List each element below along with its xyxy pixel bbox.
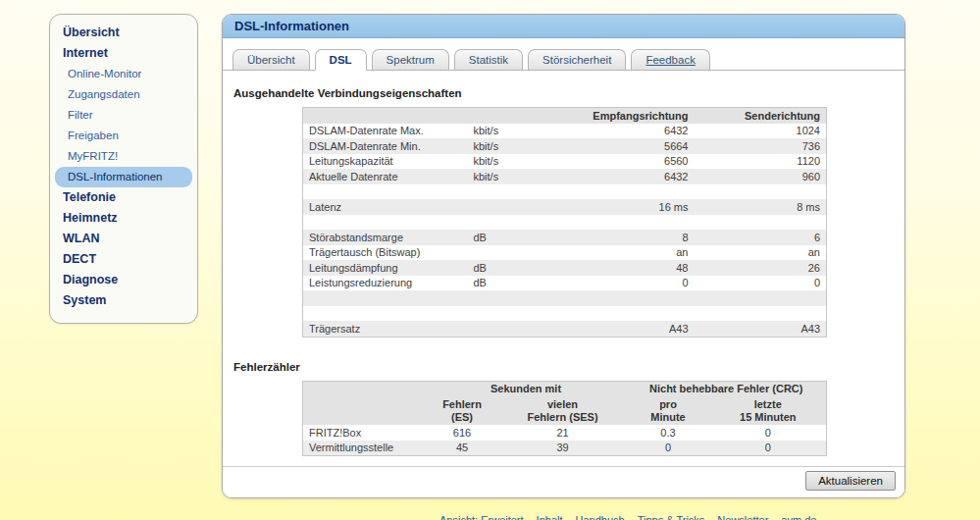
footer-link-ansicht-erweitert[interactable]: Ansicht: Erweitert	[439, 514, 524, 520]
table-row-spacer	[303, 184, 827, 200]
tab-st-rsicherheit[interactable]: Störsicherheit	[528, 49, 626, 70]
page-background: { "page": { "title": "DSL-Informationen"…	[0, 0, 980, 520]
footer-link-avm-de[interactable]: avm.de	[781, 514, 816, 520]
sidebar-item-filter[interactable]: Filter	[55, 105, 192, 126]
error-table-head: Sekunden mitNicht behebbare Fehler (CRC)…	[303, 381, 827, 425]
tab-statistik[interactable]: Statistik	[454, 49, 523, 70]
sidebar-item-telefonie[interactable]: Telefonie	[55, 187, 192, 208]
table-row-leitungskapazit-t: Leitungskapazitätkbit/s65601120	[303, 154, 827, 170]
column-header-send: Senderichtung	[695, 108, 827, 124]
sidebar-item-online-monitor[interactable]: Online-Monitor	[55, 64, 192, 84]
column-header-letzte-15-minuten: letzte15 Minuten	[710, 396, 827, 425]
table-row-spacer	[303, 290, 827, 306]
table-row-latenz: Latenz 16 ms8 ms	[303, 199, 827, 215]
table-row-spacer	[303, 215, 827, 231]
errors-section-heading: Fehlerzähler	[233, 361, 904, 373]
error-table-body: FRITZ!Box616210.30Vermittlungsstelle4539…	[303, 425, 827, 456]
connection-section-heading: Ausgehandelte Verbindungseigenschaften	[233, 87, 904, 99]
sidebar-item-zugangsdaten[interactable]: Zugangsdaten	[55, 84, 192, 105]
page-title-bar: DSL-Informationen	[223, 15, 904, 38]
table-row-aktuelle-datenrate: Aktuelle Datenratekbit/s6432960	[303, 169, 827, 184]
sidebar-item-freigaben[interactable]: Freigaben	[55, 126, 192, 146]
table-row-vermittlungsstelle: Vermittlungsstelle453900	[303, 441, 827, 456]
footer-link-newsletter[interactable]: Newsletter	[717, 514, 768, 520]
table-row-st-rabstandsmarge: StörabstandsmargedB86	[303, 230, 827, 245]
sidebar-item-dsl-informationen[interactable]: DSL-Informationen	[55, 167, 192, 187]
page-title: DSL-Informationen	[234, 19, 349, 33]
table-row-tr-gersatz: Trägersatz A43A43	[303, 321, 827, 337]
footer-links: Ansicht: ErweitertInhaltHandbuchTipps & …	[439, 514, 829, 520]
group-header-sekunden-mit: Sekunden mit	[426, 381, 627, 396]
sidebar-item-myfritz[interactable]: MyFRITZ!	[55, 146, 192, 167]
tab-spektrum[interactable]: Spektrum	[372, 49, 449, 70]
column-header-receive: Empfangsrichtung	[551, 108, 695, 124]
sidebar-item-heimnetz[interactable]: Heimnetz	[55, 208, 192, 229]
sidebar-item-system[interactable]: System	[55, 290, 192, 311]
table-row-fritz-box: FRITZ!Box616210.30	[303, 425, 827, 441]
tab-feedback[interactable]: Feedback	[631, 49, 710, 70]
table-row-dslam-datenrate-min: DSLAM-Datenrate Min.kbit/s5664736	[303, 138, 827, 154]
connection-table: Empfangsrichtung Senderichtung DSLAM-Dat…	[302, 107, 827, 338]
table-row-dslam-datenrate-max: DSLAM-Datenrate Max.kbit/s64321024	[303, 124, 827, 139]
error-counter-table: Sekunden mitNicht behebbare Fehler (CRC)…	[302, 381, 827, 457]
bottom-action-bar: Aktualisieren	[223, 466, 904, 497]
connection-table-header-row: Empfangsrichtung Senderichtung	[303, 108, 827, 124]
connection-table-body: DSLAM-Datenrate Max.kbit/s64321024DSLAM-…	[303, 124, 827, 338]
table-row-tr-gertausch-bitswap: Trägertausch (Bitswap) anan	[303, 245, 827, 261]
table-row-leistungsreduzierung: LeistungsreduzierungdB00	[303, 276, 827, 291]
tab-bersicht[interactable]: Übersicht	[232, 49, 310, 70]
table-row-leitungsd-mpfung: LeitungsdämpfungdB4826	[303, 260, 827, 276]
group-header-nicht-behebbare-fehler-crc: Nicht behebbare Fehler (CRC)	[627, 381, 827, 396]
footer-link-tipps-tricks[interactable]: Tipps & Tricks	[638, 514, 705, 520]
column-header-pro-minute: proMinute	[627, 396, 710, 425]
column-header-vielen-fehlern-ses: vielenFehlern (SES)	[499, 396, 627, 425]
sidebar-nav: ÜbersichtInternetOnline-MonitorZugangsda…	[49, 14, 198, 324]
refresh-button[interactable]: Aktualisieren	[805, 471, 896, 491]
sidebar-item-wlan[interactable]: WLAN	[55, 229, 192, 249]
footer-link-inhalt[interactable]: Inhalt	[537, 514, 563, 520]
tab-bar: ÜbersichtDSLSpektrumStatistikStörsicherh…	[223, 38, 904, 71]
tab-dsl[interactable]: DSL	[315, 49, 367, 71]
table-row-spacer	[303, 306, 827, 322]
footer-link-handbuch[interactable]: Handbuch	[576, 514, 625, 520]
sidebar-item-internet[interactable]: Internet	[55, 43, 192, 64]
sidebar-item-diagnose[interactable]: Diagnose	[55, 270, 192, 290]
main-panel: DSL-Informationen ÜbersichtDSLSpektrumSt…	[222, 14, 905, 498]
sidebar-item-bersicht[interactable]: Übersicht	[55, 23, 192, 43]
sidebar-item-dect[interactable]: DECT	[55, 249, 192, 270]
column-header-fehlern-es: Fehlern (ES)	[426, 396, 499, 425]
